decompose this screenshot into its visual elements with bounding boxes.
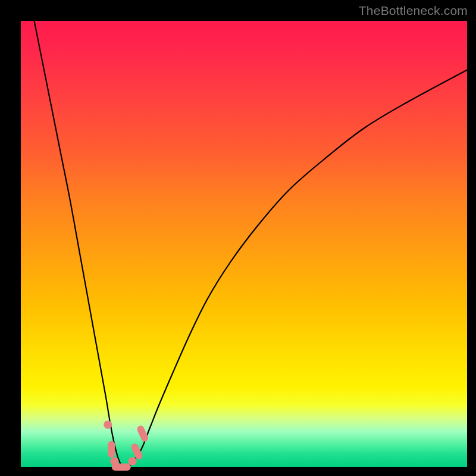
marker-dot bbox=[129, 457, 137, 465]
marker-dot bbox=[104, 421, 112, 429]
chart-frame: TheBottleneck.com bbox=[0, 0, 476, 476]
plot-area bbox=[21, 21, 467, 467]
marker-capsule bbox=[112, 464, 131, 471]
curve-layer bbox=[21, 21, 467, 467]
marker-capsule bbox=[108, 441, 115, 458]
attribution-text: TheBottleneck.com bbox=[359, 4, 468, 18]
bottleneck-curve bbox=[35, 21, 468, 468]
